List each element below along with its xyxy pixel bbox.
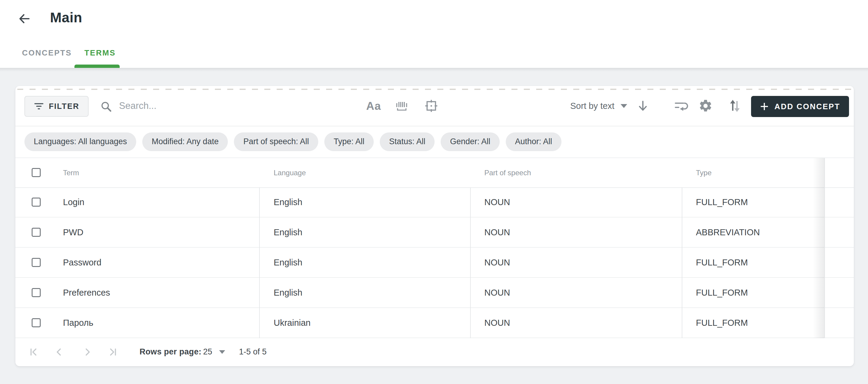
last-page-icon[interactable] bbox=[107, 347, 118, 357]
first-page-icon[interactable] bbox=[29, 347, 39, 357]
cell-type: FULL_FORM bbox=[696, 278, 748, 307]
cell-type: FULL_FORM bbox=[696, 187, 748, 217]
column-divider bbox=[682, 187, 682, 338]
arrow-left-icon bbox=[18, 12, 31, 25]
cell-language: English bbox=[274, 278, 302, 307]
filter-button[interactable]: FILTER bbox=[24, 96, 89, 117]
column-divider bbox=[259, 187, 260, 338]
cell-language: English bbox=[274, 217, 302, 247]
cell-term: Password bbox=[63, 248, 101, 277]
table-row[interactable]: Preferences English NOUN FULL_FORM bbox=[16, 278, 854, 308]
pinned-column-edge bbox=[824, 158, 825, 338]
table-toolbar: FILTER Search... Aa bbox=[16, 86, 854, 126]
page-range-label: 1-5 of 5 bbox=[239, 338, 267, 365]
cell-language: English bbox=[274, 248, 302, 277]
rows-per-page-caret-icon[interactable] bbox=[219, 350, 225, 354]
rows-per-page-value[interactable]: 25 bbox=[203, 338, 212, 365]
row-checkbox[interactable] bbox=[32, 258, 41, 267]
pinned-column-shadow bbox=[813, 158, 824, 338]
column-header: Term bbox=[63, 158, 79, 187]
cell-part-of-speech: NOUN bbox=[484, 248, 510, 277]
column-divider bbox=[470, 187, 471, 338]
column-header: Part of speech bbox=[484, 158, 531, 187]
barcode-search-icon[interactable] bbox=[395, 100, 408, 112]
column-header: Type bbox=[696, 158, 712, 187]
row-checkbox[interactable] bbox=[32, 198, 41, 207]
rows-per-page-label: Rows per page: bbox=[140, 338, 201, 365]
tab-concepts[interactable]: CONCEPTS bbox=[22, 48, 72, 58]
cell-term: Preferences bbox=[63, 278, 110, 307]
swap-vertical-icon[interactable] bbox=[729, 99, 741, 113]
pagination-bar: Rows per page: 25 1-5 of 5 bbox=[16, 338, 854, 365]
header-shadow bbox=[0, 68, 868, 71]
filter-button-label: FILTER bbox=[49, 102, 79, 111]
row-checkbox[interactable] bbox=[32, 288, 41, 297]
next-page-icon[interactable] bbox=[82, 347, 93, 357]
table-header: TermLanguagePart of speechType bbox=[16, 158, 854, 188]
search-icon bbox=[100, 101, 112, 112]
filter-icon bbox=[34, 102, 44, 111]
filter-chip[interactable]: Author: All bbox=[506, 132, 561, 151]
cell-type: FULL_FORM bbox=[696, 248, 748, 277]
column-header: Language bbox=[274, 158, 306, 187]
filter-chip[interactable]: Gender: All bbox=[441, 132, 500, 151]
terms-panel: FILTER Search... Aa bbox=[16, 86, 854, 366]
match-case-icon[interactable]: Aa bbox=[366, 100, 381, 113]
cell-part-of-speech: NOUN bbox=[484, 187, 510, 217]
filter-chip[interactable]: Type: All bbox=[324, 132, 374, 151]
search-input[interactable]: Search... bbox=[119, 86, 270, 126]
previous-page-icon[interactable] bbox=[54, 347, 64, 357]
top-header: Main CONCEPTS TERMS bbox=[0, 0, 868, 68]
select-all-checkbox[interactable] bbox=[32, 168, 41, 177]
filter-chip[interactable]: Part of speech: All bbox=[234, 132, 318, 151]
cell-part-of-speech: NOUN bbox=[484, 308, 510, 337]
cell-language: Ukrainian bbox=[274, 308, 311, 337]
wrap-lines-icon[interactable] bbox=[674, 100, 688, 113]
sort-caret-icon[interactable] bbox=[621, 104, 627, 108]
back-button[interactable] bbox=[18, 12, 31, 25]
row-checkbox[interactable] bbox=[32, 318, 41, 327]
cell-type: FULL_FORM bbox=[696, 308, 748, 337]
add-concept-label: ADD CONCEPT bbox=[774, 102, 840, 111]
table-row[interactable]: Password English NOUN FULL_FORM bbox=[16, 248, 854, 278]
filter-chip[interactable]: Languages: All languages bbox=[24, 132, 136, 151]
settings-gear-icon[interactable] bbox=[698, 99, 713, 113]
cell-term: Пароль bbox=[63, 308, 93, 337]
tab-terms[interactable]: TERMS bbox=[84, 48, 116, 58]
plus-icon bbox=[760, 102, 769, 111]
crosshair-frame-icon[interactable] bbox=[424, 99, 438, 113]
filter-chips: Languages: All languagesModified: Any da… bbox=[24, 126, 561, 157]
add-concept-button[interactable]: ADD CONCEPT bbox=[751, 96, 849, 117]
cell-term: Login bbox=[63, 187, 84, 217]
filter-chip[interactable]: Modified: Any date bbox=[142, 132, 228, 151]
sort-direction-arrow-icon[interactable] bbox=[637, 100, 649, 112]
row-checkbox[interactable] bbox=[32, 228, 41, 237]
table-row[interactable]: Login English NOUN FULL_FORM bbox=[16, 187, 854, 217]
cell-term: PWD bbox=[63, 217, 84, 247]
table-row[interactable]: Пароль Ukrainian NOUN FULL_FORM bbox=[16, 308, 854, 338]
cell-type: ABBREVIATION bbox=[696, 217, 760, 247]
cell-language: English bbox=[274, 187, 302, 217]
table-body: Login English NOUN FULL_FORM PWD English… bbox=[16, 187, 854, 338]
cell-part-of-speech: NOUN bbox=[484, 217, 510, 247]
table-row[interactable]: PWD English NOUN ABBREVIATION bbox=[16, 217, 854, 248]
filter-chip[interactable]: Status: All bbox=[380, 132, 435, 151]
sort-by-dropdown[interactable]: Sort by text bbox=[570, 86, 615, 126]
active-tab-indicator bbox=[74, 64, 120, 68]
cell-part-of-speech: NOUN bbox=[484, 278, 510, 307]
page-title: Main bbox=[50, 9, 82, 26]
